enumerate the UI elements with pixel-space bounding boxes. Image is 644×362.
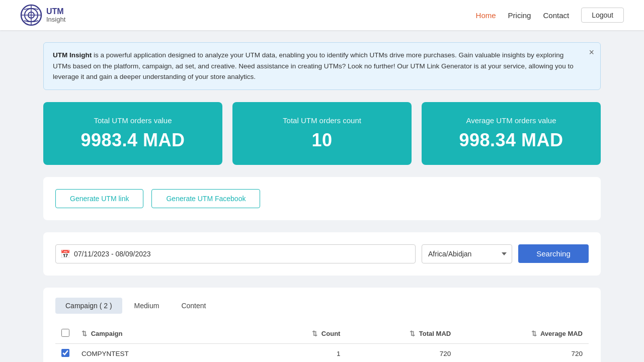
table-header-row: ⇅ Campaign ⇅ Count ⇅ Total MAD ⇅ Average… — [55, 324, 589, 344]
banner-close-button[interactable]: × — [589, 48, 594, 57]
banner-body: is a powerful application designed to an… — [53, 51, 574, 80]
banner-text: UTM Insight is a powerful application de… — [53, 51, 574, 80]
banner-bold: UTM Insight — [53, 51, 92, 59]
row-campaign-0: COMPYNTEST — [75, 343, 263, 362]
header-average: ⇅ Average MAD — [457, 324, 589, 344]
sort-campaign-icon: ⇅ — [82, 330, 87, 337]
generate-utm-facebook-button[interactable]: Generate UTM Facebook — [151, 189, 260, 208]
row-total-0: 720 — [346, 343, 457, 362]
header-total: ⇅ Total MAD — [346, 324, 457, 344]
brand-sub: Insight — [46, 16, 65, 23]
search-button[interactable]: Searching — [518, 244, 589, 263]
date-range-input[interactable] — [55, 244, 416, 263]
campaign-table: ⇅ Campaign ⇅ Count ⇅ Total MAD ⇅ Average… — [55, 324, 589, 362]
brand-name: UTM — [46, 7, 65, 16]
stat-card-1: Total UTM orders count 10 — [232, 102, 412, 165]
nav-contact[interactable]: Contact — [543, 11, 569, 20]
logo-area: UTM Insight — [20, 4, 65, 26]
stat-value-0: 9983.4 MAD — [55, 130, 210, 151]
header-campaign: ⇅ Campaign — [75, 324, 263, 344]
table-section: Campaign ( 2 ) Medium Content ⇅ Campaign… — [43, 288, 601, 362]
tab-campaign[interactable]: Campaign ( 2 ) — [55, 298, 122, 314]
table-row: COMPYNTEST 1 720 720 — [55, 343, 589, 362]
row-average-0: 720 — [457, 343, 589, 362]
date-range-wrapper: 📅 — [55, 244, 416, 263]
action-section: Generate UTM link Generate UTM Facebook — [43, 177, 601, 220]
logo-icon — [20, 4, 42, 26]
row-checkbox-0[interactable] — [61, 349, 69, 357]
info-banner: UTM Insight is a powerful application de… — [43, 42, 601, 90]
stat-label-2: Average UTM orders value — [434, 116, 589, 125]
nav-pricing[interactable]: Pricing — [508, 11, 531, 20]
main-content: UTM Insight is a powerful application de… — [35, 30, 609, 362]
tab-medium[interactable]: Medium — [124, 298, 170, 314]
stat-value-1: 10 — [245, 130, 399, 151]
stat-label-0: Total UTM orders value — [55, 116, 210, 125]
select-all-checkbox[interactable] — [61, 329, 69, 337]
tab-row: Campaign ( 2 ) Medium Content — [55, 298, 589, 314]
filter-section: 📅 Africa/AbidjanUTCAmerica/New_YorkEurop… — [43, 232, 601, 276]
sort-count-icon: ⇅ — [312, 330, 317, 337]
stat-label-1: Total UTM orders count — [245, 116, 399, 125]
tab-content[interactable]: Content — [171, 298, 216, 314]
stat-cards: Total UTM orders value 9983.4 MAD Total … — [43, 102, 601, 165]
generate-utm-link-button[interactable]: Generate UTM link — [55, 189, 143, 208]
stat-card-2: Average UTM orders value 998.34 MAD — [422, 102, 601, 165]
stat-value-2: 998.34 MAD — [434, 130, 589, 151]
navbar: UTM Insight Home Pricing Contact Logout — [0, 0, 644, 30]
logout-button[interactable]: Logout — [581, 8, 624, 23]
timezone-select[interactable]: Africa/AbidjanUTCAmerica/New_YorkEurope/… — [422, 244, 512, 263]
sort-average-icon: ⇅ — [531, 330, 537, 337]
nav-links: Home Pricing Contact Logout — [476, 8, 624, 23]
stat-card-0: Total UTM orders value 9983.4 MAD — [43, 102, 222, 165]
header-count: ⇅ Count — [263, 324, 346, 344]
header-checkbox-cell — [55, 324, 75, 344]
calendar-icon: 📅 — [60, 249, 70, 258]
row-count-0: 1 — [263, 343, 346, 362]
sort-total-icon: ⇅ — [410, 330, 415, 337]
nav-home[interactable]: Home — [476, 11, 496, 20]
row-checkbox-cell — [55, 343, 75, 362]
